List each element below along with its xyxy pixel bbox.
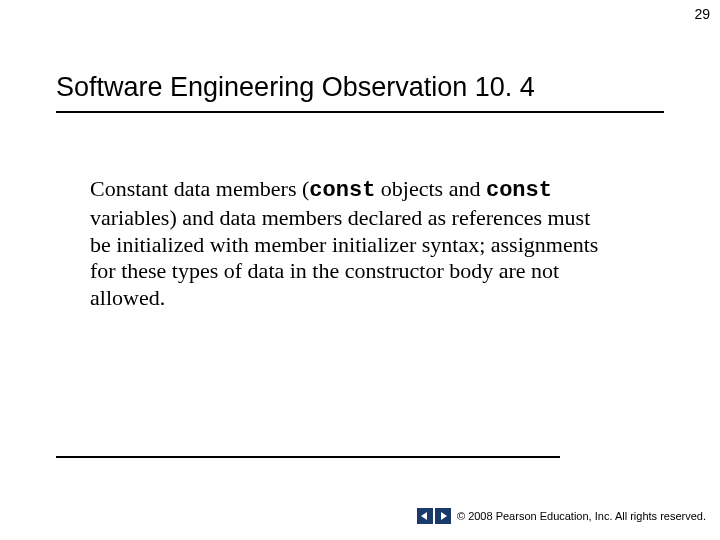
code-keyword: const	[309, 178, 375, 203]
svg-marker-0	[421, 512, 427, 520]
prev-slide-button[interactable]	[417, 508, 433, 524]
page-number: 29	[694, 6, 710, 22]
copyright-text: © 2008 Pearson Education, Inc. All right…	[457, 510, 706, 522]
slide-nav	[417, 508, 451, 524]
next-slide-button[interactable]	[435, 508, 451, 524]
triangle-left-icon	[420, 511, 430, 521]
body-segment: variables) and data members declared as …	[90, 205, 598, 310]
body-segment: Constant data members (	[90, 176, 309, 201]
bottom-divider	[56, 456, 560, 458]
footer: © 2008 Pearson Education, Inc. All right…	[417, 508, 706, 524]
body-paragraph: Constant data members (const objects and…	[90, 176, 610, 312]
title-underline	[56, 111, 664, 113]
body-segment: objects and	[375, 176, 486, 201]
svg-marker-1	[441, 512, 447, 520]
title-block: Software Engineering Observation 10. 4	[56, 72, 664, 113]
slide-title: Software Engineering Observation 10. 4	[56, 72, 664, 109]
triangle-right-icon	[438, 511, 448, 521]
code-keyword: const	[486, 178, 552, 203]
